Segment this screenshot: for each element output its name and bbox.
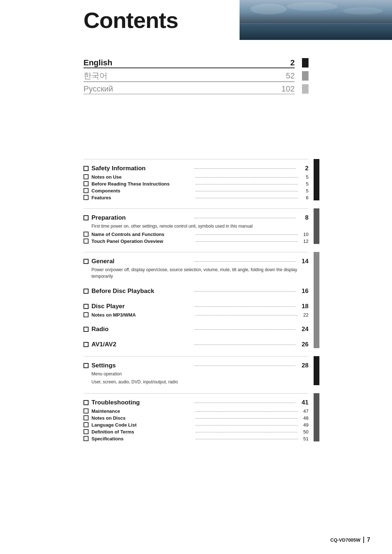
svg-rect-1 xyxy=(240,24,392,40)
def-terms-dots xyxy=(196,432,298,432)
toc-section-settings: Settings 28 Menu operation User, screen,… xyxy=(83,362,309,385)
bar-preparation xyxy=(314,208,319,244)
spacer xyxy=(83,108,309,152)
toc-entry-disc-player: Disc Player 18 xyxy=(83,303,309,310)
before-reading-dots xyxy=(196,184,298,184)
radio-title: Radio xyxy=(91,326,192,333)
toc-group-preparation: Preparation 8 First time power on, other… xyxy=(83,208,309,244)
russian-underline xyxy=(83,94,295,94)
bar-troubleshooting xyxy=(314,393,319,441)
safety-title: Safety Information xyxy=(91,165,192,172)
content-area: English 2 한국어 52 Русский 102 xyxy=(0,58,392,478)
header: Contents xyxy=(0,0,392,47)
controls-dots xyxy=(196,235,298,235)
notes-discs-title: Notes on Discs xyxy=(91,415,194,421)
model-name: CQ-VD7005W xyxy=(330,537,360,543)
divider-prep xyxy=(83,208,309,209)
preparation-page: 8 xyxy=(298,214,309,221)
maintenance-title: Maintenance xyxy=(91,408,194,414)
toc-section-before-disc: Before Disc Playback 16 xyxy=(83,288,309,295)
toc-section-radio: Radio 24 xyxy=(83,326,309,333)
korean-page: 52 xyxy=(286,71,295,81)
av-page: 26 xyxy=(298,341,309,348)
toc-section-preparation: Preparation 8 First time power on, other… xyxy=(83,214,309,244)
before-disc-page: 16 xyxy=(298,288,309,295)
general-page: 14 xyxy=(298,258,309,265)
checkbox-preparation xyxy=(83,215,89,220)
safety-dots xyxy=(195,168,295,169)
header-image xyxy=(240,0,392,40)
features-title: Features xyxy=(91,195,194,200)
english-label: English xyxy=(83,58,174,68)
toc-sub-def-terms: Definition of Terms 50 xyxy=(83,428,309,435)
preparation-description: First time power on, other settings, rem… xyxy=(91,223,309,229)
mp3-page: 22 xyxy=(299,312,309,318)
notes-discs-page: 48 xyxy=(299,415,309,421)
settings-title: Settings xyxy=(91,362,192,369)
svg-point-3 xyxy=(250,4,287,15)
toc-section-av: AV1/AV2 26 xyxy=(83,341,309,348)
features-page: 6 xyxy=(299,195,309,200)
checkbox-lang-code xyxy=(83,422,89,427)
mp3-dots xyxy=(196,315,298,315)
checkbox-av xyxy=(83,342,89,347)
checkbox-notes-discs xyxy=(83,415,89,420)
russian-page: 102 xyxy=(281,84,295,94)
toc-sub-notes-discs: Notes on Discs 48 xyxy=(83,415,309,421)
touch-page: 12 xyxy=(299,239,309,244)
toc-sub-controls: Name of Controls and Functions 10 xyxy=(83,231,309,237)
bar-settings xyxy=(314,356,319,385)
toc-section-general: General 14 Power on/power off, display o… xyxy=(83,258,309,280)
toc-group-settings: Settings 28 Menu operation User, screen,… xyxy=(83,356,309,385)
toc-entry-before-disc: Before Disc Playback 16 xyxy=(83,288,309,295)
bar-general xyxy=(314,252,319,348)
toc-entry-settings: Settings 28 xyxy=(83,362,309,369)
page-title: Contents xyxy=(83,7,178,33)
components-page: 5 xyxy=(299,188,309,194)
footer: CQ-VD7005W 7 xyxy=(330,537,370,543)
language-section: English 2 한국어 52 Русский 102 xyxy=(83,58,309,94)
disc-player-page: 18 xyxy=(298,303,309,310)
settings-description-1: Menu operation xyxy=(91,371,309,377)
toc-entry-general: General 14 xyxy=(83,258,309,265)
checkbox-mp3 xyxy=(83,312,89,317)
specs-page: 51 xyxy=(299,436,309,441)
maintenance-page: 47 xyxy=(299,408,309,414)
language-row-english: English 2 xyxy=(83,58,309,68)
checkbox-maintenance xyxy=(83,408,89,414)
korean-underline xyxy=(83,81,295,82)
notes-page: 5 xyxy=(299,174,309,180)
checkbox-before-disc xyxy=(83,289,89,294)
mp3-title: Notes on MP3/WMA xyxy=(91,312,194,318)
svg-point-4 xyxy=(287,2,338,11)
lang-code-page: 49 xyxy=(299,422,309,428)
toc-entry-radio: Radio 24 xyxy=(83,326,309,333)
before-reading-page: 5 xyxy=(299,181,309,187)
def-terms-page: 50 xyxy=(299,429,309,435)
def-terms-title: Definition of Terms xyxy=(91,429,194,435)
settings-description-2: User, screen, audio, DVD, input/output, … xyxy=(91,379,309,385)
toc-entry-av: AV1/AV2 26 xyxy=(83,341,309,348)
radio-dots xyxy=(195,329,295,330)
toc-sub-components: Components 5 xyxy=(83,187,309,194)
lang-code-title: Language Code List xyxy=(91,422,194,428)
checkbox-components xyxy=(83,188,89,193)
toc-sub-before-reading: Before Reading These Instructions 5 xyxy=(83,180,309,187)
general-dots xyxy=(195,261,295,262)
checkbox-general xyxy=(83,259,89,264)
english-underline xyxy=(83,68,295,68)
bar-safety xyxy=(314,159,319,200)
russian-label: Русский xyxy=(83,84,174,94)
disc-player-title: Disc Player xyxy=(91,303,192,310)
settings-dots xyxy=(195,366,295,366)
divider-safety xyxy=(83,159,309,159)
controls-page: 10 xyxy=(299,232,309,237)
troubleshooting-page: 41 xyxy=(298,399,309,406)
general-description: Power on/power off, display open/close, … xyxy=(91,266,309,280)
checkbox-features xyxy=(83,195,89,200)
toc-sub-touch: Touch Panel Operation Oveview 12 xyxy=(83,238,309,244)
troubleshooting-title: Troubleshooting xyxy=(91,399,192,406)
general-title: General xyxy=(91,258,192,265)
before-disc-dots xyxy=(195,291,295,292)
preparation-dots xyxy=(195,218,295,218)
